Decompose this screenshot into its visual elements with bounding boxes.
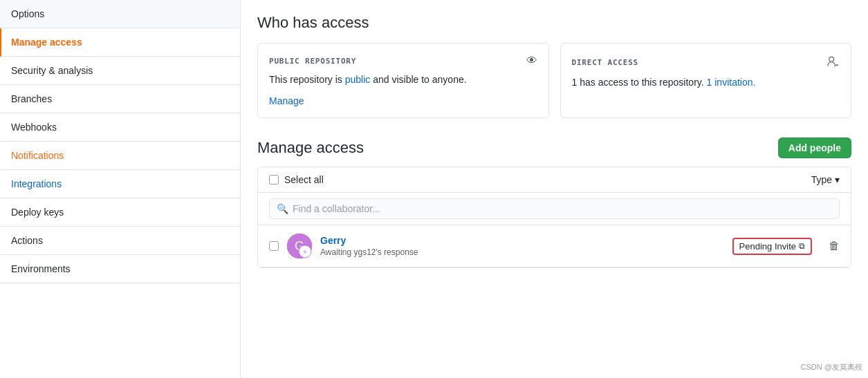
sidebar-item-webhooks[interactable]: Webhooks bbox=[0, 113, 240, 142]
public-repo-card: PUBLIC REPOSITORY 👁 This repository is p… bbox=[257, 43, 549, 118]
collaborator-info: Gerry Awaiting ygs12's response bbox=[320, 235, 724, 257]
invitation-link[interactable]: 1 invitation. bbox=[707, 77, 756, 88]
collaborator-subtitle: Awaiting ygs12's response bbox=[320, 247, 724, 257]
sidebar-item-environments[interactable]: Environments bbox=[0, 255, 240, 283]
table-header-row: Select all Type ▾ bbox=[258, 167, 851, 193]
manage-link[interactable]: Manage bbox=[269, 95, 304, 106]
direct-access-body: 1 has access to this repository. 1 invit… bbox=[572, 75, 840, 90]
access-table: Select all Type ▾ 🔍 G + bbox=[257, 167, 851, 268]
type-dropdown[interactable]: Type ▾ bbox=[811, 174, 840, 185]
select-all-checkbox[interactable] bbox=[269, 175, 279, 185]
sidebar-item-branches[interactable]: Branches bbox=[0, 85, 240, 113]
select-all-label: Select all bbox=[284, 174, 324, 185]
eye-icon: 👁 bbox=[526, 55, 537, 67]
sidebar-item-actions[interactable]: Actions bbox=[0, 227, 240, 255]
search-icon: 🔍 bbox=[277, 203, 288, 214]
sidebar: Options Manage access Security & analysi… bbox=[0, 0, 241, 378]
copy-icon: ⧉ bbox=[799, 241, 805, 251]
access-cards: PUBLIC REPOSITORY 👁 This repository is p… bbox=[257, 43, 851, 118]
search-box: 🔍 bbox=[269, 198, 840, 219]
collaborator-row: G + Gerry Awaiting ygs12's response Pend… bbox=[258, 225, 851, 267]
avatar: G + bbox=[287, 234, 312, 258]
sidebar-item-options[interactable]: Options bbox=[0, 0, 240, 28]
sidebar-item-integrations[interactable]: Integrations bbox=[0, 170, 240, 198]
sidebar-item-security-analysis[interactable]: Security & analysis bbox=[0, 57, 240, 85]
public-repo-body: This repository is public and visible to… bbox=[269, 73, 537, 87]
select-all-area: Select all bbox=[269, 174, 324, 185]
page-title: Who has access bbox=[257, 14, 851, 32]
add-people-button[interactable]: Add people bbox=[778, 138, 851, 158]
public-repo-label: PUBLIC REPOSITORY bbox=[269, 57, 356, 66]
card-header-public: PUBLIC REPOSITORY 👁 bbox=[269, 55, 537, 67]
sidebar-item-deploy-keys[interactable]: Deploy keys bbox=[0, 198, 240, 227]
sidebar-item-notifications[interactable]: Notifications bbox=[0, 142, 240, 170]
manage-access-header: Manage access Add people bbox=[257, 138, 851, 158]
search-row: 🔍 bbox=[258, 193, 851, 225]
sidebar-item-manage-access[interactable]: Manage access bbox=[0, 28, 240, 57]
collaborator-name: Gerry bbox=[320, 235, 724, 246]
pending-invite-badge: Pending Invite ⧉ bbox=[732, 238, 812, 255]
chevron-down-icon: ▾ bbox=[835, 174, 840, 185]
card-header-direct: DIRECT ACCESS bbox=[572, 55, 840, 70]
person-icon bbox=[827, 55, 840, 70]
direct-access-label: DIRECT ACCESS bbox=[572, 58, 639, 67]
svg-text:+: + bbox=[303, 248, 307, 256]
search-input[interactable] bbox=[293, 203, 832, 214]
manage-access-title: Manage access bbox=[257, 139, 364, 157]
main-content: Who has access PUBLIC REPOSITORY 👁 This … bbox=[241, 0, 868, 378]
direct-access-card: DIRECT ACCESS 1 has access to this repos… bbox=[560, 43, 852, 118]
collaborator-checkbox[interactable] bbox=[269, 241, 279, 251]
delete-collaborator-button[interactable]: 🗑 bbox=[829, 240, 840, 252]
